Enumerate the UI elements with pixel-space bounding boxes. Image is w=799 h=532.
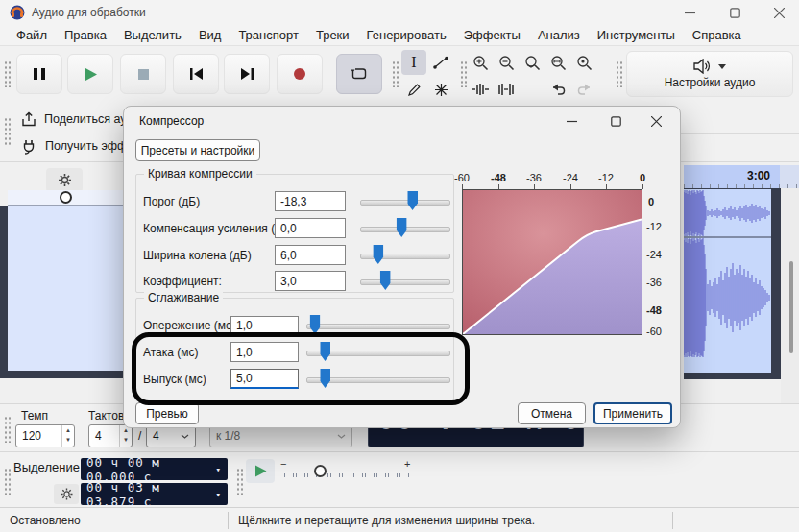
- playback-status: Остановлено: [10, 514, 81, 527]
- track-effects-button[interactable]: [46, 168, 83, 192]
- transport-grip[interactable]: [4, 60, 11, 87]
- audio-setup-grip[interactable]: [616, 60, 622, 87]
- presets-button[interactable]: Пресеты и настройки: [135, 139, 260, 161]
- slider-thumb[interactable]: [407, 191, 418, 210]
- knee-width-slider[interactable]: [360, 244, 450, 267]
- record-button[interactable]: [277, 54, 323, 94]
- minimize-button[interactable]: [675, 2, 704, 23]
- zoom-out-icon: [498, 55, 515, 71]
- menu-tools[interactable]: Инструменты: [589, 28, 684, 42]
- dropdown-caret-icon[interactable]: ▾: [216, 490, 222, 499]
- selection-end-field[interactable]: 00 ч 03 м 03.879 с ▾: [81, 483, 228, 505]
- timeline-ruler-right[interactable]: 3:00: [684, 165, 799, 189]
- zoom-toggle-button[interactable]: [572, 51, 595, 74]
- skip-start-button[interactable]: [173, 54, 219, 94]
- speed-slider-track[interactable]: [284, 472, 411, 472]
- lookahead-slider[interactable]: [306, 314, 450, 337]
- ratio-slider[interactable]: [360, 270, 450, 293]
- selection-start-field[interactable]: 00 ч 00 м 00.000 с ▾: [81, 458, 228, 480]
- edit-grip[interactable]: [460, 60, 467, 87]
- tools-grip[interactable]: [392, 60, 399, 87]
- playhead-handle[interactable]: [60, 191, 72, 204]
- slider-thumb[interactable]: [320, 342, 330, 361]
- compression-graph: [462, 189, 642, 335]
- zoom-selection-button[interactable]: [521, 51, 544, 74]
- play-at-speed-button[interactable]: [246, 459, 275, 483]
- get-effects-button[interactable]: Получить эфф: [21, 134, 127, 157]
- envelope-tool-button[interactable]: [428, 50, 453, 75]
- tempo-spin-arrows[interactable]: ▲▼: [61, 425, 74, 447]
- release-input[interactable]: 5,0: [230, 369, 299, 389]
- graph-x-tick: -24: [556, 172, 585, 183]
- menu-effects[interactable]: Эффекты: [455, 28, 529, 42]
- menu-bar: Файл Правка Выделить Вид Транспорт Треки…: [0, 25, 799, 46]
- stop-button[interactable]: [120, 54, 166, 94]
- beats-spinner[interactable]: 4 ▲▼: [88, 424, 133, 447]
- makeup-gain-slider[interactable]: [360, 217, 450, 240]
- track-area-right[interactable]: [684, 188, 771, 373]
- beats-spin-arrows[interactable]: ▲▼: [119, 425, 132, 447]
- apply-button[interactable]: Применить: [593, 402, 672, 424]
- tempo-grip[interactable]: [4, 416, 11, 443]
- share-grip[interactable]: [4, 117, 11, 146]
- slider-thumb[interactable]: [310, 315, 321, 334]
- multi-tool-button[interactable]: [428, 77, 453, 102]
- play-speed-grip[interactable]: [236, 468, 243, 495]
- release-slider[interactable]: [306, 368, 450, 391]
- skip-end-button[interactable]: [224, 54, 270, 94]
- slider-thumb[interactable]: [373, 245, 383, 264]
- play-button[interactable]: [67, 54, 113, 94]
- menu-file[interactable]: Файл: [8, 28, 56, 42]
- undo-button[interactable]: [546, 78, 569, 101]
- smoothing-group-title: Сглаживание: [144, 291, 223, 304]
- zoom-out-button[interactable]: [495, 51, 518, 74]
- pause-button[interactable]: [16, 54, 62, 94]
- maximize-button[interactable]: [720, 2, 749, 23]
- track-area-left[interactable]: [8, 206, 123, 371]
- close-button[interactable]: [764, 2, 793, 23]
- dialog-close-button[interactable]: [640, 110, 672, 132]
- selection-grip[interactable]: [4, 468, 11, 495]
- loop-button[interactable]: [336, 54, 382, 94]
- slider-thumb[interactable]: [397, 218, 407, 237]
- preview-button[interactable]: Превью: [135, 402, 199, 424]
- menu-help[interactable]: Справка: [684, 28, 750, 42]
- dialog-minimize-button[interactable]: [555, 110, 588, 132]
- dialog-maximize-button[interactable]: [599, 110, 632, 132]
- attack-slider[interactable]: [306, 341, 450, 364]
- speed-slider-thumb[interactable]: [314, 465, 327, 477]
- attack-input[interactable]: 1,0: [230, 342, 299, 362]
- cancel-button[interactable]: Отмена: [518, 402, 586, 424]
- tempo-spinner[interactable]: 120 ▲▼: [15, 424, 75, 447]
- threshold-input[interactable]: -18,3: [275, 191, 346, 211]
- menu-generate[interactable]: Генерировать: [358, 28, 455, 42]
- dropdown-caret-icon[interactable]: ▾: [216, 465, 222, 474]
- scrollbar-thumb[interactable]: [789, 261, 793, 353]
- menu-analyze[interactable]: Анализ: [529, 28, 589, 42]
- draw-tool-button[interactable]: [401, 77, 426, 102]
- zoom-in-button[interactable]: [469, 51, 492, 74]
- zoom-fit-button[interactable]: [546, 51, 569, 74]
- lookahead-input[interactable]: 1,0: [230, 316, 299, 335]
- makeup-gain-input[interactable]: 0,0: [275, 218, 346, 238]
- knee-width-input[interactable]: 6,0: [275, 245, 346, 265]
- slider-thumb[interactable]: [320, 369, 330, 388]
- selection-tool-button[interactable]: I: [401, 50, 426, 75]
- menu-view[interactable]: Вид: [190, 28, 230, 42]
- menu-select[interactable]: Выделить: [115, 28, 190, 42]
- redo-button[interactable]: [572, 78, 595, 101]
- audio-settings-button[interactable]: Настройки аудио: [626, 51, 793, 97]
- release-label: Выпуск (мс): [143, 373, 206, 386]
- selection-settings-button[interactable]: [54, 484, 79, 504]
- menu-tracks[interactable]: Треки: [307, 28, 358, 42]
- share-audio-button[interactable]: Поделиться ау: [21, 108, 127, 131]
- ratio-input[interactable]: 3,0: [275, 271, 346, 291]
- slider-thumb[interactable]: [380, 271, 391, 290]
- silence-audio-button[interactable]: [495, 78, 518, 101]
- status-hint: Щёлкните и перетащите для изменения шири…: [238, 514, 535, 527]
- threshold-slider[interactable]: [360, 190, 450, 213]
- trim-audio-button[interactable]: [469, 78, 492, 101]
- play-icon: [254, 465, 267, 477]
- menu-transport[interactable]: Транспорт: [230, 28, 307, 42]
- menu-edit[interactable]: Правка: [56, 28, 115, 42]
